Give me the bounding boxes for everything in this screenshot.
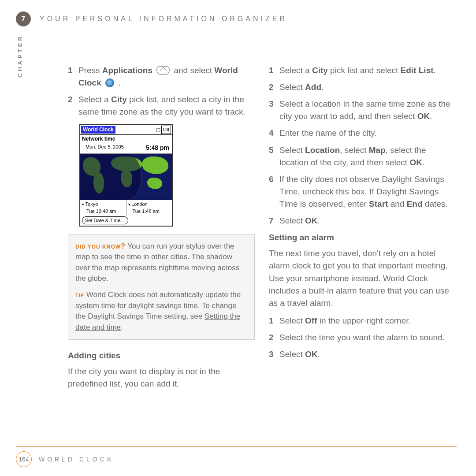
- r-step-5: Select Location, select Map, select the …: [279, 144, 456, 169]
- wc-off-button[interactable]: Off: [161, 126, 171, 134]
- left-step-2: Select a City pick list, and select a ci…: [78, 93, 255, 118]
- heading-adding-cities: Adding cities: [68, 350, 255, 362]
- manual-page: 7 YOUR PERSONAL INFORMATION ORGANIZER CH…: [0, 0, 476, 476]
- page-number: 164: [16, 451, 32, 467]
- r-step-4: Enter the name of the city.: [279, 127, 456, 139]
- right-column: 1Select a City pick list and select Edit…: [269, 64, 456, 390]
- r-step-7: Select OK.: [279, 215, 456, 227]
- wc-date: Mon, Dec 5, 2005: [86, 143, 124, 152]
- page-footer: 164 WORLD CLOCK: [16, 446, 457, 467]
- r-step-6: If the city does not observe Daylight Sa…: [279, 173, 456, 210]
- alarm-step-1: Select Off in the upper-right corner.: [279, 315, 456, 327]
- header-title: YOUR PERSONAL INFORMATION ORGANIZER: [40, 15, 287, 23]
- left-column: 1 Press Applications and select World Cl…: [68, 64, 255, 390]
- wc-map[interactable]: [80, 154, 172, 200]
- footer-label: WORLD CLOCK: [39, 456, 114, 463]
- r-step-1: Select a City pick list and select Edit …: [279, 64, 456, 77]
- chapter-badge: 7: [16, 11, 31, 26]
- wc-set-date-time-button[interactable]: Set Date & Time…: [82, 216, 128, 224]
- wc-network-label: Network time: [80, 135, 172, 144]
- alarm-intro: The next time you travel, don't rely on …: [269, 247, 456, 309]
- wc-time: 5:48 pm: [146, 143, 169, 152]
- world-clock-icon: [105, 78, 114, 87]
- alarm-step-3: Select OK.: [279, 348, 456, 361]
- r-step-3: Select a location in the same time zone …: [279, 98, 456, 123]
- wc-title: World Clock: [81, 126, 115, 134]
- r-step-2: Select Add.: [279, 81, 456, 93]
- adding-intro: If the city you want to display is not i…: [68, 365, 255, 390]
- home-icon: [156, 66, 170, 75]
- wc-city-2[interactable]: LondonTue 1:48 am: [126, 200, 172, 216]
- chapter-side-label: CHAPTER: [17, 34, 23, 78]
- wc-city-1[interactable]: TokyoTue 10:48 am: [80, 200, 126, 216]
- left-step-1: Press Applications and select World Cloc…: [78, 64, 255, 89]
- tip-callout: DID YOU KNOW? You can run your stylus ov…: [68, 234, 255, 340]
- heading-setting-alarm: Setting an alarm: [269, 231, 456, 244]
- world-clock-screenshot: World Clock ▢ Off Network time Mon, Dec …: [79, 124, 173, 226]
- alarm-step-2: Select the time you want the alarm to so…: [279, 331, 456, 344]
